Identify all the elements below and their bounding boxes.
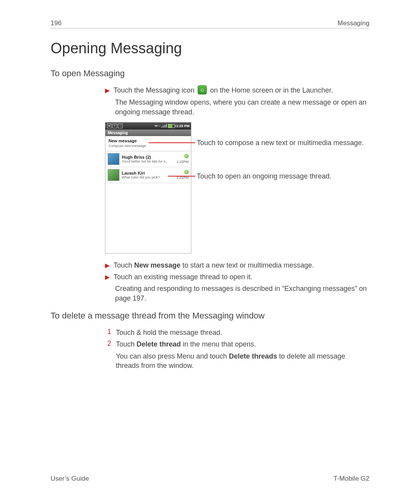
- page-title: Opening Messaging: [51, 40, 369, 57]
- text-fragment: Touch: [114, 261, 134, 269]
- new-message-subtitle: Compose new message: [108, 144, 188, 148]
- messaging-app-icon: [198, 85, 207, 94]
- mail-icon: M: [107, 124, 112, 128]
- text-fragment: Touch & hold the message thread.: [116, 328, 369, 337]
- battery-icon: [168, 124, 175, 128]
- step-number: 2: [105, 340, 111, 348]
- bold-text: Delete threads: [229, 352, 277, 360]
- bullet-new-message: ▶ Touch New message to start a new text …: [105, 261, 369, 270]
- bullet-arrow-icon: ▶: [105, 262, 110, 269]
- bullet-arrow-icon: ▶: [105, 273, 110, 281]
- step-1: 1 Touch & hold the message thread.: [105, 328, 369, 337]
- phone-status-bar: M T ☺ H↑↓ 1:23 PM: [105, 122, 191, 130]
- new-message-row: New message Compose new message: [105, 136, 191, 151]
- signal-icon: [161, 124, 167, 128]
- thread-row: Hugh Briss (2) You'd better not be late …: [105, 151, 191, 167]
- page-footer: User’s Guide T-Mobile G2: [51, 475, 369, 483]
- paragraph: Creating and responding to messages is d…: [115, 284, 369, 303]
- footer-right: T-Mobile G2: [333, 475, 369, 483]
- text-fragment: Touch an existing message thread to open…: [114, 272, 369, 282]
- text-fragment: on the Home screen or in the Launcher.: [210, 86, 333, 94]
- text-fragment: You can also press: [116, 352, 177, 360]
- bold-text: Delete thread: [136, 340, 181, 348]
- paragraph: The Messaging window opens, where you ca…: [115, 98, 369, 117]
- figure: M T ☺ H↑↓ 1:23 PM Messaging New message …: [105, 122, 369, 254]
- thread-preview: You'd better not be late for s...: [122, 159, 172, 163]
- page-number: 196: [51, 19, 61, 27]
- text-fragment: and touch: [194, 352, 229, 360]
- avatar: [108, 169, 119, 181]
- text-fragment: to start a new text or multimedia messag…: [180, 261, 314, 269]
- step-2: 2 Touch Delete thread in the menu that o…: [105, 340, 369, 349]
- page-header: 196 Messaging: [51, 19, 369, 27]
- phone-empty-area: [105, 183, 191, 253]
- callout-text: Touch to compose a new text or multimedi…: [197, 138, 364, 147]
- bullet-touch-icon: ▶ Touch the Messaging icon on the Home s…: [105, 86, 369, 95]
- thread-row: Lavash Kiri What color did you pick? 1:2…: [105, 167, 191, 183]
- step-number: 1: [105, 328, 111, 336]
- callout-text: Touch to open an ongoing message thread.: [197, 172, 331, 181]
- bullet-open-thread: ▶ Touch an existing message thread to op…: [105, 272, 369, 282]
- thread-name: Lavash Kiri: [122, 171, 174, 175]
- text-fragment: Touch the Messaging icon: [114, 86, 196, 94]
- thread-preview: What color did you pick?: [122, 175, 172, 179]
- presence-dot-icon: [184, 170, 189, 174]
- thread-name: Hugh Briss (2): [122, 155, 174, 159]
- footer-left: User’s Guide: [51, 475, 89, 483]
- network-icon: H↑↓: [155, 124, 160, 128]
- avatar: [108, 153, 119, 165]
- bold-text: New message: [134, 261, 180, 269]
- phone-app-title: Messaging: [105, 130, 191, 136]
- subheading-open: To open Messaging: [51, 68, 369, 79]
- section-label: Messaging: [338, 19, 369, 27]
- notification-icon: T: [112, 124, 117, 128]
- text-fragment: in the menu that opens.: [181, 340, 256, 348]
- subheading-delete: To delete a message thread from the Mess…: [51, 311, 369, 321]
- status-time: 1:23 PM: [176, 124, 189, 128]
- menu-key-label: Menu: [177, 352, 194, 360]
- header-rule: [51, 28, 369, 28]
- presence-dot-icon: [184, 154, 189, 158]
- text-fragment: Touch: [116, 340, 136, 348]
- callout-line: [168, 176, 195, 177]
- chat-icon: ☺: [118, 124, 122, 128]
- phone-screenshot: M T ☺ H↑↓ 1:23 PM Messaging New message …: [105, 122, 191, 254]
- callouts: Touch to compose a new text or multimedi…: [191, 122, 369, 254]
- thread-time: 1:22PM: [177, 160, 189, 164]
- thread-time: 1:21PM: [177, 176, 189, 180]
- bullet-arrow-icon: ▶: [105, 87, 110, 94]
- callout-line: [149, 142, 195, 143]
